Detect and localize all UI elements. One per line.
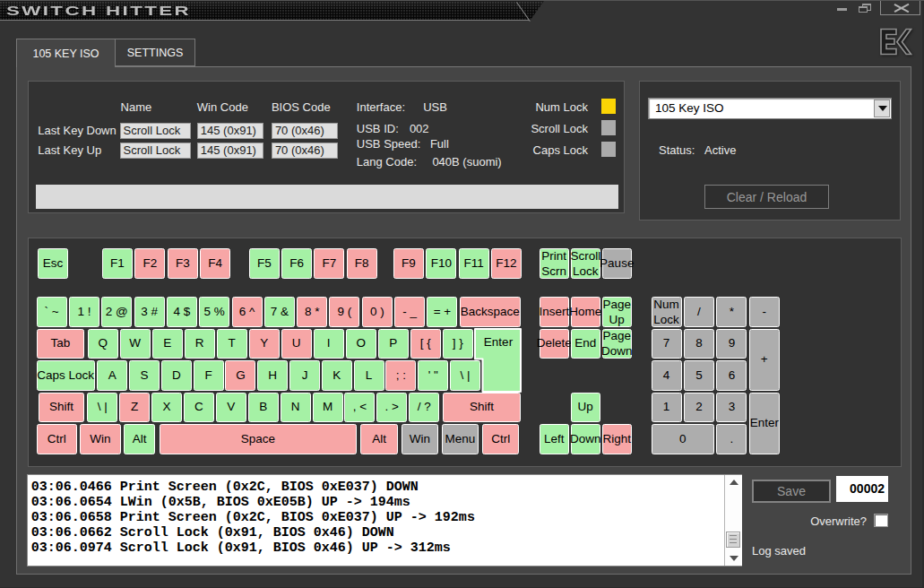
- svg-text:Enter: Enter: [484, 334, 514, 348]
